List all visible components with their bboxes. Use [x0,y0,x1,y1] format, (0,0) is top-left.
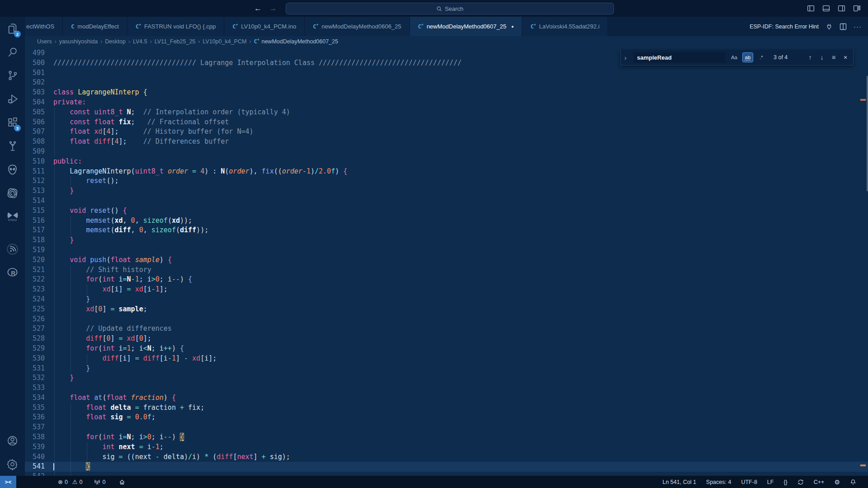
code-line-512[interactable]: 512 reset(); [25,176,868,186]
sync-icon[interactable] [797,479,804,485]
code-line-522[interactable]: 522 for(int i=N-1; i>0; i--) { [25,275,868,285]
tab-newmoddelaymethod0607-25[interactable]: C+newModDelayMethod0607_25● [410,17,523,36]
code-editor[interactable]: 499500//////////////////////////////////… [25,47,868,476]
split-editor-icon[interactable] [840,23,847,30]
sidebar-item-extensions[interactable]: 3 [0,111,25,134]
remote-indicator-button[interactable]: >< [0,476,16,488]
code-line-519[interactable]: 519 [25,245,868,255]
find-expand-chevron-icon[interactable]: › [624,54,630,61]
back-arrow-icon[interactable]: ← [254,4,262,13]
plug-icon[interactable] [826,23,833,30]
customize-layout-icon[interactable] [853,5,861,12]
sidebar-item-stm32[interactable]: STM32 [0,205,25,228]
regex-toggle[interactable]: .* [756,53,766,62]
find-input[interactable]: sampleRead [633,52,726,63]
language-mode-button[interactable]: C++ [814,479,825,485]
accounts-button[interactable] [0,429,25,452]
toggle-sidebar-icon[interactable] [807,5,815,12]
code-line-507[interactable]: 507 float xd[4]; // History buffer (for … [25,127,868,137]
whole-word-toggle[interactable]: ab [743,53,753,62]
code-line-539[interactable]: 539 int next = i-1; [25,442,868,452]
code-line-524[interactable]: 524 } [25,295,868,305]
tab-moddelayeffect[interactable]: CmodDelayEffect [63,17,127,36]
code-line-520[interactable]: 520 void push(float sample) { [25,255,868,265]
tools-gear-icon[interactable]: ⚙ [834,479,840,485]
code-line-518[interactable]: 518 } [25,235,868,245]
tab-ectwithos[interactable]: ectWithOS [25,17,63,36]
sidebar-item-run-debug[interactable] [0,87,25,111]
code-line-525[interactable]: 525 xd[0] = sample; [25,305,868,314]
tab-fastrun-void-lfo-cpp[interactable]: C+FASTRUN void LFO() {.cpp [127,17,224,36]
code-line-528[interactable]: 528 diff[0] = xd[0]; [25,334,868,344]
code-line-532[interactable]: 532 } [25,373,868,383]
find-in-selection-icon[interactable]: ≡ [830,54,838,61]
code-line-531[interactable]: 531 } [25,364,868,374]
code-line-527[interactable]: 527 // Update differences [25,324,868,334]
code-line-523[interactable]: 523 xd[i] = xd[i-1]; [25,285,868,295]
code-line-501[interactable]: 501 [25,68,868,78]
code-line-538[interactable]: 538 for(int i=N; i>0; i--) { [25,432,868,442]
code-line-534[interactable]: 534 float at(float fraction) { [25,393,868,403]
code-line-505[interactable]: 505 const uint8_t N; // Interpolation or… [25,108,868,117]
code-line-502[interactable]: 502 [25,78,868,88]
tab-lavoixski4-55adat292-i[interactable]: C+LaVoixski4.55adat292.i [522,17,608,36]
settings-button[interactable] [0,452,25,476]
code-line-533[interactable]: 533 [25,383,868,393]
code-line-513[interactable]: 513 } [25,186,868,196]
code-line-517[interactable]: 517 memset(diff, 0, sizeof(diff)); [25,225,868,235]
code-line-526[interactable]: 526 [25,314,868,324]
sidebar-item-r-language[interactable]: R [0,261,25,284]
code-line-504[interactable]: 504private: [25,98,868,108]
code-line-530[interactable]: 530 diff[i] = diff[i-1] - xd[i]; [25,354,868,364]
tab-lv10p0-k4-pcm-ino[interactable]: C+LV10p0_k4_PCM.ino [224,17,305,36]
sidebar-item-source-control[interactable] [0,64,25,87]
code-line-521[interactable]: 521 // Shift history [25,265,868,275]
code-line-510[interactable]: 510public: [25,157,868,167]
home-button[interactable] [119,479,125,485]
breadcrumb-item[interactable]: Users [37,38,52,45]
espidf-search-error-hint-button[interactable]: ESP-IDF: Search Error Hint [750,23,819,30]
code-line-511[interactable]: 511 LagrangeNInterp(uint8_t order = 4) :… [25,167,868,177]
sidebar-item-platformio[interactable] [0,158,25,181]
breadcrumb-file[interactable]: C+newModDelayMethod0607_25 [254,38,338,45]
more-actions-icon[interactable]: ··· [854,23,862,30]
code-line-542[interactable]: 542 [25,472,868,476]
tab-newmoddelaymethod0606-25[interactable]: C+newModDelayMethod0606_25 [305,17,410,36]
modified-dot-icon[interactable]: ● [511,24,514,29]
find-previous-icon[interactable]: ↑ [806,54,814,61]
find-next-icon[interactable]: ↓ [818,54,826,61]
breadcrumb-item[interactable]: LV4.5 [133,38,147,45]
code-line-536[interactable]: 536 float sig = 0.0f; [25,413,868,422]
breadcrumb-item[interactable]: LV11_Feb25_25 [155,38,196,45]
sidebar-item-espressif[interactable] [0,237,25,261]
toggle-panel-icon[interactable] [822,5,830,12]
eol-button[interactable]: LF [767,479,774,485]
encoding-button[interactable]: UTF-8 [741,479,757,485]
toggle-secondary-sidebar-icon[interactable] [838,5,845,12]
forward-arrow-icon[interactable]: → [269,4,277,13]
notifications-bell-icon[interactable] [850,479,856,485]
sidebar-item-swirl-extension[interactable] [0,181,25,205]
problems-button[interactable]: ⊗ 0 ⚠ 0 [58,479,82,485]
code-line-516[interactable]: 516 memset(xd, 0, sizeof(xd)); [25,216,868,226]
find-close-icon[interactable]: × [841,54,849,61]
breadcrumb-item[interactable]: yasushiyoshida [59,38,98,45]
brackets-indicator[interactable]: {} [783,479,787,485]
code-line-514[interactable]: 514 [25,196,868,206]
match-case-toggle[interactable]: Aa [729,53,739,62]
code-line-503[interactable]: 503class LagrangeNInterp { [25,88,868,98]
code-line-508[interactable]: 508 float diff[4]; // Differences buffer [25,137,868,147]
code-line-537[interactable]: 537 [25,422,868,432]
code-line-541[interactable]: 541 } [25,462,868,472]
command-center-search[interactable]: Search [286,3,614,14]
code-line-535[interactable]: 535 float delta = fraction + fix; [25,403,868,413]
sidebar-item-search[interactable] [0,40,25,64]
cursor-position-button[interactable]: Ln 541, Col 1 [662,479,696,485]
code-line-529[interactable]: 529 for(int i=1; i<N; i++) { [25,344,868,354]
port-monitor-button[interactable]: 0 [94,479,105,485]
code-line-506[interactable]: 506 const float fix; // Fractional offse… [25,117,868,127]
indentation-button[interactable]: Spaces: 4 [706,479,731,485]
code-line-515[interactable]: 515 void reset() { [25,206,868,216]
breadcrumb-item[interactable]: LV10p0_k4_PCM [203,38,246,45]
sidebar-item-explorer[interactable]: 2 [0,17,25,40]
